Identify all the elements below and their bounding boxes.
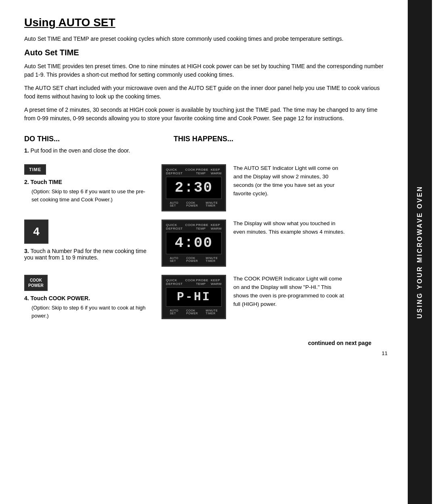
col-happens-header: THIS HAPPENS... <box>174 135 233 143</box>
step-2-sub: (Option: Skip to step 6 if you want to u… <box>31 188 149 203</box>
sidebar: USING YOUR MICROWAVE OVEN <box>408 0 432 504</box>
step-1-label: 1. Put food in the oven and close the do… <box>24 147 149 154</box>
step-3-row: 4 3. Touch a Number Pad for the new cook… <box>24 220 388 267</box>
step-1-row: 1. Put food in the oven and close the do… <box>24 147 388 156</box>
display-2-value: 4:00 <box>166 232 222 254</box>
display-1-value: 2:30 <box>166 177 222 199</box>
title-highlight: AUTO SET <box>59 16 115 29</box>
display-panel-2: QUICKDEFROST COOK PROBETEMP KEEPWARM 4:0… <box>161 220 226 267</box>
cook-power-button[interactable]: COOK POWER <box>24 275 48 291</box>
instruction-headers: DO THIS... THIS HAPPENS... <box>24 135 388 143</box>
title-prefix: Using <box>24 16 59 29</box>
panel-2-top: QUICKDEFROST COOK PROBETEMP KEEPWARM <box>166 223 222 230</box>
section-p3: A preset time of 2 minutes, 30 seconds a… <box>24 106 388 123</box>
step-2-left: TIME 2. Touch TIME (Option: Skip to step… <box>24 164 149 203</box>
continued-text: continued on next page <box>24 340 371 346</box>
display-panel-1: QUICKDEFROST COOK PROBETEMP KEEPWARM 2:3… <box>161 164 226 211</box>
step-3-description: The Display will show what you touched i… <box>233 220 346 236</box>
time-button[interactable]: TIME <box>24 164 46 175</box>
step-2-description: The AUTO SET Indicator Light will come o… <box>233 164 346 198</box>
steps-area: 1. Put food in the oven and close the do… <box>24 147 388 328</box>
page-number: 11 <box>24 350 388 356</box>
step-2-right: QUICKDEFROST COOK PROBETEMP KEEPWARM 2:3… <box>161 164 346 211</box>
step-4-row: COOK POWER 4. Touch COOK POWER. (Option:… <box>24 275 388 320</box>
step-4-right: QUICKDEFROST COOK PROBETEMP KEEPWARM P-H… <box>161 275 346 319</box>
step-4-description: The COOK POWER Indicator Light will come… <box>233 275 346 309</box>
page-title: Using AUTO SET <box>24 16 388 29</box>
step-3-label: 3. Touch a Number Pad for the new cookin… <box>24 248 149 261</box>
step-3-right: QUICKDEFROST COOK PROBETEMP KEEPWARM 4:0… <box>161 220 346 267</box>
step-4-left: COOK POWER 4. Touch COOK POWER. (Option:… <box>24 275 149 320</box>
section-p2: The AUTO SET chart included with your mi… <box>24 84 388 101</box>
intro-paragraph: Auto Set TIME and TEMP are preset cookin… <box>24 35 388 43</box>
panel-3-bottom: AUTOSET COOKPOWER MINUTETIMER <box>166 309 222 315</box>
panel-1-top: QUICKDEFROST COOK PROBETEMP KEEPWARM <box>166 168 222 175</box>
panel-1-bottom: AUTOSET COOKPOWER MINUTETIMER <box>166 201 222 207</box>
number-4-button[interactable]: 4 <box>24 220 48 244</box>
panel-3-top: QUICKDEFROST COOK PROBETEMP KEEPWARM <box>166 278 222 286</box>
section-p1: Auto Set TIME provides ten preset times.… <box>24 62 388 79</box>
step-3-left: 4 3. Touch a Number Pad for the new cook… <box>24 220 149 263</box>
step-2-row: TIME 2. Touch TIME (Option: Skip to step… <box>24 164 388 211</box>
section-heading: Auto Set TIME <box>24 48 388 57</box>
panel-2-bottom: AUTOSET COOKPOWER MINUTETIMER <box>166 257 222 262</box>
display-panel-3: QUICKDEFROST COOK PROBETEMP KEEPWARM P-H… <box>161 275 226 319</box>
step-4-sub: (Option: Skip to step 6 if you want to c… <box>31 304 149 320</box>
main-content: Using AUTO SET Auto Set TIME and TEMP ar… <box>0 0 408 504</box>
sidebar-text: USING YOUR MICROWAVE OVEN <box>416 186 423 319</box>
step-2-label: 2. Touch TIME <box>24 179 149 185</box>
step-4-label: 4. Touch COOK POWER. <box>24 295 149 301</box>
step-1-left: 1. Put food in the oven and close the do… <box>24 147 149 156</box>
col-do-header: DO THIS... <box>24 135 149 143</box>
display-3-value: P-HI <box>166 287 222 307</box>
